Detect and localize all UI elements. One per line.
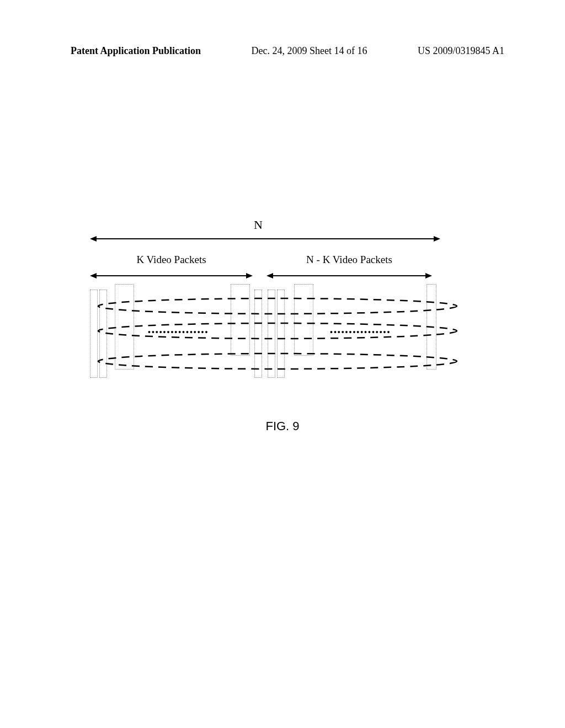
header-patent-number: US 2009/0319845 A1 <box>418 45 504 57</box>
header-publication: Patent Application Publication <box>71 45 201 57</box>
figure-diagram: N K Video Packets N - K Video Packets <box>71 218 446 400</box>
svg-marker-4 <box>90 273 97 279</box>
k-packets-label: K Video Packets <box>90 254 253 266</box>
svg-marker-1 <box>90 236 97 242</box>
svg-point-11 <box>98 354 457 369</box>
n-label: N <box>71 218 446 232</box>
dots-continuation: •••••••••••••••• <box>148 328 209 337</box>
header-date-sheet: Dec. 24, 2009 Sheet 14 of 16 <box>252 45 367 57</box>
svg-marker-5 <box>246 273 253 279</box>
svg-marker-7 <box>266 273 273 279</box>
page-header: Patent Application Publication Dec. 24, … <box>71 45 504 57</box>
svg-marker-2 <box>434 236 440 242</box>
arrow-n <box>90 234 440 243</box>
ellipse-row <box>95 295 460 317</box>
arrow-k <box>90 271 253 280</box>
figure-caption: FIG. 9 <box>0 419 565 433</box>
nk-packets-label: N - K Video Packets <box>266 254 432 266</box>
dots-continuation: •••••••••••••••• <box>330 328 391 337</box>
ellipse-row <box>95 350 460 372</box>
arrow-nk <box>266 271 432 280</box>
packets-container: •••••••••••••••• •••••••••••••••• <box>87 284 440 381</box>
svg-marker-8 <box>425 273 432 279</box>
svg-point-9 <box>98 298 457 314</box>
